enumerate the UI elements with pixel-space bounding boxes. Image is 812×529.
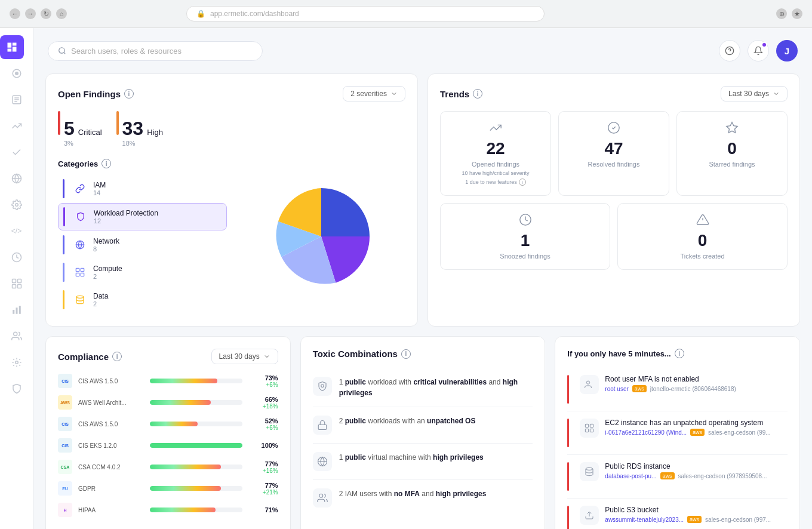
toxic-combinations-card: Toxic Combinations i 1 public workload w… [300, 336, 546, 529]
sidebar-item-network[interactable] [5, 167, 29, 190]
priority-accent-1 [567, 375, 569, 404]
priority-link-3[interactable]: database-post-pu... [605, 473, 656, 479]
category-compute[interactable]: Compute 2 [58, 259, 227, 285]
svg-rect-13 [13, 310, 14, 314]
compliance-cis-2[interactable]: CIS CIS AWS 1.5.0 52% +6% [58, 417, 278, 431]
critical-bar [58, 111, 60, 135]
svg-point-0 [15, 72, 19, 75]
critical-pct: 3% [64, 140, 102, 147]
sidebar-item-security[interactable] [5, 377, 29, 401]
compliance-bar-7 [150, 508, 242, 512]
high-bar [116, 111, 119, 135]
compliance-list: CIS CIS AWS 1.5.0 73% +6% AWS AWS Well A… [58, 374, 278, 517]
toxic-info-icon[interactable]: i [401, 349, 411, 359]
sidebar-item-settings[interactable] [5, 350, 29, 374]
priority-link-4[interactable]: awssummit-tenablejuly2023... [605, 516, 684, 523]
compliance-gdpr[interactable]: EU GDPR 77% +21% [58, 481, 278, 496]
category-workload[interactable]: Workload Protection 12 [58, 203, 227, 230]
forward-button[interactable]: → [25, 8, 36, 19]
svg-rect-12 [17, 285, 21, 288]
home-button[interactable]: ⌂ [56, 8, 67, 19]
toxic-icon-3 [313, 452, 332, 471]
compliance-hipaa[interactable]: H HIPAA 71% [58, 503, 278, 517]
sidebar-item-alerts[interactable] [5, 140, 29, 164]
search-placeholder: Search users, roles & resources [71, 47, 182, 56]
compliance-bar-1 [150, 379, 242, 383]
opened-sub2: 1 due to new features i [450, 179, 541, 186]
categories-info-icon[interactable]: i [102, 159, 111, 168]
toxic-item-2[interactable]: 2 public workloads with an unpatched OS [313, 407, 533, 444]
tickets-count: 0 [628, 231, 777, 250]
priority-icon-1 [580, 375, 599, 394]
toxic-item-1[interactable]: 1 public workload with critical vulnerab… [313, 368, 533, 407]
resolved-findings-card: 47 Resolved findings [558, 111, 669, 196]
sidebar-item-reports[interactable] [5, 88, 29, 112]
trends-filter-dropdown[interactable]: Last 30 days [721, 86, 788, 102]
sidebar-item-analytics[interactable] [5, 114, 29, 138]
high-severity: 33 High 18% [116, 111, 163, 147]
sidebar-item-gear[interactable] [5, 193, 29, 217]
toxic-list: 1 public workload with critical vulnerab… [313, 368, 533, 516]
toxic-item-4[interactable]: 2 IAM users with no MFA and high privile… [313, 480, 533, 516]
compliance-filter-dropdown[interactable]: Last 30 days [211, 349, 278, 364]
svg-point-16 [13, 332, 17, 336]
sidebar-item-integrations[interactable] [5, 272, 29, 296]
open-findings-title: Open Findings [58, 89, 121, 99]
starred-findings-card: 0 Starred findings [676, 111, 788, 196]
dashboard-top-grid: Open Findings i 2 severities 5 [45, 73, 800, 327]
svg-rect-23 [76, 268, 79, 271]
svg-point-7 [15, 204, 18, 207]
chevron-down-icon [773, 90, 780, 97]
svg-point-42 [586, 468, 593, 470]
toxic-text-4: 2 IAM users with no MFA and high privile… [339, 488, 487, 499]
toxic-title: Toxic Combinations [313, 349, 398, 359]
category-iam[interactable]: IAM 14 [58, 176, 227, 202]
chevron-down-icon [263, 353, 270, 360]
compliance-bar-5 [150, 465, 242, 469]
sidebar-item-team[interactable] [5, 324, 29, 348]
toxic-item-3[interactable]: 1 public virtual machine with high privi… [313, 444, 533, 480]
priority-accent-3 [567, 462, 569, 491]
high-count: 33 [122, 118, 144, 140]
priority-info-icon[interactable]: i [675, 349, 684, 358]
sidebar-item-findings[interactable] [5, 61, 29, 85]
compliance-eks[interactable]: CIS CIS EKS 1.2.0 100% [58, 438, 278, 453]
browser-bar: ← → ↻ ⌂ 🔒 app.ermetic.com/dashboard ⊕ ★ [0, 0, 812, 28]
priority-account-4: sales-eng-cedson (997... [705, 516, 771, 523]
compliance-info-icon[interactable]: i [112, 352, 122, 361]
compliance-csa[interactable]: CSA CSA CCM 4.0.2 77% +16% [58, 460, 278, 474]
priority-link-1[interactable]: root user [605, 386, 628, 392]
hipaa-logo: H [58, 503, 72, 517]
search-bar[interactable]: Search users, roles & resources [48, 41, 263, 61]
browser-url-bar[interactable]: 🔒 app.ermetic.com/dashboard [186, 6, 545, 21]
sidebar-item-barschart[interactable] [5, 298, 29, 322]
open-findings-info-icon[interactable]: i [124, 89, 134, 99]
compliance-card: Compliance i Last 30 days CIS CIS AWS 1.… [45, 336, 291, 529]
category-data[interactable]: Data 2 [58, 287, 227, 313]
top-actions: J [719, 40, 798, 61]
critical-label: Critical [78, 128, 102, 137]
refresh-button[interactable]: ↻ [41, 8, 51, 19]
priority-link-2[interactable]: i-0617a6e2121c61290 (Wind... [605, 429, 687, 436]
compliance-aws-well[interactable]: AWS AWS Well Archit... 66% +18% [58, 395, 278, 410]
toxic-text-2: 2 public workloads with an unpatched OS [339, 416, 476, 426]
bookmark-button[interactable]: ★ [792, 8, 802, 19]
severity-filter-dropdown[interactable]: 2 severities [343, 86, 405, 102]
compliance-cis-1[interactable]: CIS CIS AWS 1.5.0 73% +6% [58, 374, 278, 388]
main-content: Search users, roles & resources J Open F [33, 28, 812, 529]
notifications-button[interactable] [748, 40, 769, 61]
priority-icon-2 [580, 419, 599, 438]
back-button[interactable]: ← [10, 8, 20, 19]
workload-bar [63, 207, 65, 226]
help-button[interactable] [719, 40, 740, 61]
sidebar-item-history[interactable] [5, 245, 29, 269]
sidebar-item-dashboard[interactable] [0, 35, 24, 59]
categories-title: Categories [58, 159, 98, 168]
aws-badge-3: aws [660, 472, 675, 479]
user-avatar[interactable]: J [776, 40, 798, 61]
trends-info-icon[interactable]: i [473, 89, 482, 99]
priority-icon-3 [580, 462, 599, 481]
category-network[interactable]: Network 8 [58, 232, 227, 258]
zoom-button[interactable]: ⊕ [776, 8, 787, 19]
sidebar-item-code[interactable]: </> [5, 219, 29, 243]
